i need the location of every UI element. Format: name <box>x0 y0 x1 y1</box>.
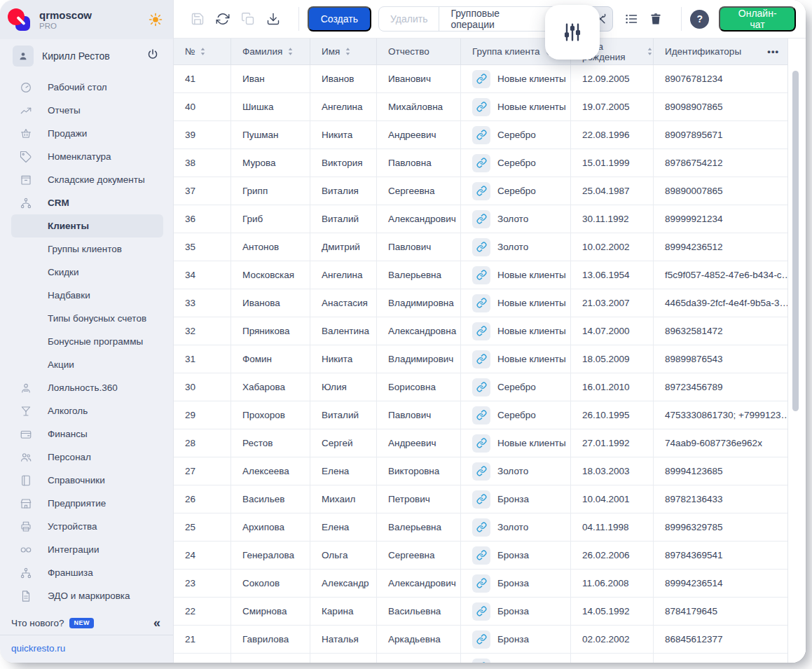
sidebar-item-discounts[interactable]: Скидки <box>11 261 163 284</box>
sidebar-item-crm[interactable]: CRM <box>11 191 163 214</box>
download-button[interactable] <box>265 11 282 27</box>
table-row[interactable]: 33ИвановаАнастасияВладимировнаНовые клие… <box>174 289 787 317</box>
column-header-num[interactable]: № <box>174 39 231 64</box>
cell-client-group: Новые клиенты <box>461 65 571 92</box>
client-group-link-chip[interactable] <box>472 406 490 425</box>
client-group-link-chip[interactable] <box>472 378 490 396</box>
sidebar-item-devices[interactable]: Устройства <box>11 515 163 538</box>
cell-last-name: Соколов <box>231 570 310 597</box>
table-row[interactable]: 31ФоминНикитаВладимировичНовые клиенты18… <box>174 345 787 373</box>
sidebar-item-promotions[interactable]: Акции <box>11 353 163 376</box>
sidebar-item-finance[interactable]: Финансы <box>11 422 163 446</box>
client-group-link-chip[interactable] <box>472 350 490 368</box>
cell-client-group: Новые клиенты <box>461 261 571 289</box>
client-group-link-chip[interactable] <box>472 658 490 663</box>
column-settings-drag-card[interactable] <box>545 5 600 60</box>
table-row[interactable]: 40ШишкаАнгелинаМихайловнаНовые клиенты19… <box>174 93 787 121</box>
table-row[interactable]: 36ГрибВиталийАлександровичЗолото30.11.19… <box>174 205 787 233</box>
table-row[interactable]: 38МуроваВикторияПавловнаСеребро15.01.199… <box>174 149 787 177</box>
sidebar-item-warehouse-docs[interactable]: Складские документы <box>11 168 163 191</box>
sidebar-item-client-groups[interactable]: Группы клиентов <box>11 237 163 261</box>
client-group-link-chip[interactable] <box>472 546 490 565</box>
sidebar-item-enterprise[interactable]: Предприятие <box>11 492 163 515</box>
client-group-link-chip[interactable] <box>472 294 490 312</box>
client-group-link-chip[interactable] <box>472 602 490 621</box>
table-row[interactable]: 25АрхиповаЕленаВалерьевнаЗолото04.11.199… <box>174 513 787 542</box>
client-group-link-chip[interactable] <box>472 518 490 537</box>
list-view-button[interactable] <box>623 11 640 27</box>
table-row[interactable]: 28РестовСергейАндреевичНовые клиенты27.0… <box>174 429 787 457</box>
client-group-link-chip[interactable] <box>472 182 490 200</box>
save-button[interactable] <box>189 11 206 27</box>
delete-button[interactable]: Удалить <box>379 7 439 31</box>
identifiers: 8784179645 <box>665 606 717 616</box>
client-group-link-chip[interactable] <box>472 266 490 284</box>
refresh-button[interactable] <box>214 11 231 27</box>
client-group-link-chip[interactable] <box>472 630 490 649</box>
quickresto-site-link[interactable]: quickresto.ru <box>11 643 65 654</box>
copy-button[interactable] <box>240 11 256 27</box>
table-row[interactable]: 27АлексееваЕленаВикторовнаЗолото18.03.20… <box>174 457 787 485</box>
table-row[interactable]: 32ПряниковаВалентинаАлександровнаНовые к… <box>174 317 787 345</box>
trash-button[interactable] <box>648 11 665 27</box>
online-chat-button[interactable]: Онлайн-чат <box>719 6 796 32</box>
scrollbar-thumb[interactable] <box>792 71 799 411</box>
client-group-link-chip[interactable] <box>472 574 490 593</box>
client-group-link-chip[interactable] <box>472 462 490 481</box>
table-row[interactable]: 21ГавриловаНатальяАркадьевнаБронза02.02.… <box>174 626 787 654</box>
last-name: Хабарова <box>242 382 285 392</box>
sidebar-item-clients[interactable]: Клиенты <box>11 214 163 237</box>
sidebar-item-staff[interactable]: Персонал <box>11 446 163 469</box>
client-group-link-chip[interactable] <box>472 490 490 509</box>
sidebar-item-alcohol[interactable]: Алкоголь <box>11 399 163 422</box>
sidebar-item-reports[interactable]: Отчеты <box>11 99 163 122</box>
table-row[interactable]: 23СоколовАлександрАлександровичБронза11.… <box>174 570 787 598</box>
create-button[interactable]: Создать <box>308 6 371 32</box>
table-row[interactable]: 30ХабароваЮлияБорисовнаСеребро16.01.2010… <box>174 373 787 401</box>
more-columns-button[interactable]: ••• <box>767 46 779 57</box>
column-header-first[interactable]: Имя <box>310 39 377 64</box>
theme-toggle-sun-icon[interactable] <box>148 12 163 27</box>
sidebar-item-surcharges[interactable]: Надбавки <box>11 284 163 307</box>
sidebar-item-directories[interactable]: Справочники <box>11 469 163 492</box>
table-row[interactable]: 39ПушманНикитаАндреевичСеребро22.08.1996… <box>174 121 787 149</box>
table-row[interactable]: 24ГенераловаОльгаСергеевнаБронза26.02.20… <box>174 542 787 570</box>
client-group-link-chip[interactable] <box>472 126 490 144</box>
sidebar-item-franchise[interactable]: Франшиза <box>11 561 163 584</box>
client-group-link-chip[interactable] <box>472 70 490 88</box>
first-name: Михаил <box>322 494 355 504</box>
table-row[interactable]: 26ВасильевМихаилПетровичБронза10.04.2001… <box>174 485 787 513</box>
logout-power-icon[interactable] <box>146 48 159 64</box>
whats-new-link[interactable]: Что нового? <box>11 618 64 628</box>
table-row[interactable]: 35АнтоновДмитрийПавловичЗолото10.02.2002… <box>174 233 787 261</box>
sidebar-item-integrations[interactable]: Интеграции <box>11 538 163 561</box>
table-row-partial[interactable] <box>174 654 787 663</box>
identifiers: 89996329785 <box>665 522 723 532</box>
table-row[interactable]: 22СмирноваКаринаВасильевнаБронза14.05.19… <box>174 598 787 626</box>
sidebar-item-bonus-account-types[interactable]: Типы бонусных счетов <box>11 307 163 330</box>
toolbar-divider <box>298 7 299 31</box>
column-header-last[interactable]: Фамилия <box>231 39 310 64</box>
sidebar-item-loyalty-360[interactable]: Лояльность.360 <box>11 376 163 399</box>
table-row[interactable]: 37ГриппВиталияСергеевнаСеребро25.04.1987… <box>174 177 787 205</box>
client-group-link-chip[interactable] <box>472 322 490 340</box>
client-group-link-chip[interactable] <box>472 210 490 228</box>
help-button[interactable]: ? <box>690 10 709 29</box>
client-group-link-chip[interactable] <box>472 154 490 172</box>
table-row[interactable]: 41ИванИвановИвановичНовые клиенты12.09.2… <box>174 65 787 93</box>
client-group-link-chip[interactable] <box>472 98 490 116</box>
client-group-link-chip[interactable] <box>472 238 490 256</box>
table-row[interactable]: 34МосковскаяАнгелинаВалерьевнаНовые клие… <box>174 261 787 289</box>
collapse-sidebar-button[interactable]: « <box>153 616 160 629</box>
client-group-label: Бронза <box>497 578 529 588</box>
cell-last-name: Пушман <box>231 121 310 149</box>
cell-identifiers: 89994236514 <box>654 570 787 597</box>
client-group-link-chip[interactable] <box>472 434 490 453</box>
sidebar-item-bonus-programs[interactable]: Бонусные программы <box>11 330 163 353</box>
sidebar-item-sales[interactable]: Продажи <box>11 122 163 145</box>
sidebar-item-nomenclature[interactable]: Номенклатура <box>11 145 163 168</box>
sidebar-item-desktop[interactable]: Рабочий стол <box>11 76 163 99</box>
sidebar-item-edo[interactable]: ЭДО и маркировка <box>11 584 163 607</box>
main-area: Создать Удалить Групповые операции <box>174 0 806 663</box>
table-row[interactable]: 29ПрохоровВиталийПавловичСеребро26.10.19… <box>174 401 787 429</box>
